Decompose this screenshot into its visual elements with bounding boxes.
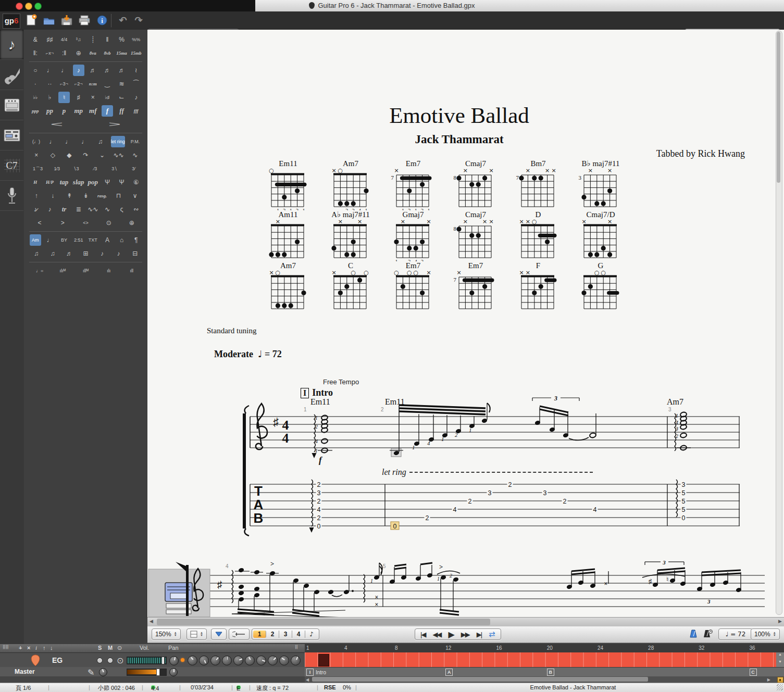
beam-notes-icon[interactable]: ♫	[47, 248, 58, 259]
info-button[interactable]: i	[95, 14, 109, 27]
mordent-icon[interactable]: ∾	[130, 204, 142, 215]
double-barline-icon[interactable]: ‖	[102, 34, 113, 45]
countdown-button[interactable]	[703, 630, 713, 640]
sharp-icon[interactable]: ♯	[73, 92, 84, 103]
key-signature-icon[interactable]: ♯♯	[44, 34, 55, 45]
split-beam-icon[interactable]: ♬	[64, 248, 75, 259]
master-pan-knob[interactable]	[169, 668, 178, 676]
effect-knob[interactable]	[279, 656, 289, 665]
effect-knob[interactable]	[268, 656, 278, 665]
decrescendo-icon[interactable]: >	[95, 119, 134, 130]
tempo-marker-icon[interactable]: ♩=	[34, 265, 45, 276]
eighth-note-icon[interactable]: ♪	[73, 65, 84, 76]
master-row[interactable]: Master ✎	[0, 667, 305, 676]
vibrato-icon[interactable]: ∿	[129, 149, 141, 161]
duplet-icon[interactable]: ⌐2¬	[73, 78, 84, 90]
n-tuplet-icon[interactable]: n:m	[87, 78, 98, 90]
volume-curve-icon[interactable]: ılı	[103, 265, 115, 276]
move-track-up-button[interactable]: ↑	[43, 645, 46, 651]
paragraph-icon[interactable]: ¶	[130, 234, 142, 246]
repeat-open-icon[interactable]: ‖:	[30, 47, 41, 59]
vertical-scrollbar-thumb[interactable]	[777, 32, 780, 183]
tie-icon[interactable]: ‿	[102, 78, 113, 90]
timeline-scrollbar-thumb[interactable]	[312, 677, 648, 682]
hammer-slur-icon[interactable]: 1⌒3	[32, 163, 43, 174]
artificial-harmonic-icon[interactable]: ◆	[64, 149, 75, 161]
notation-staff-system1[interactable]: ♯441231241f1412131432	[240, 389, 745, 481]
slide-out-down-icon[interactable]: 3∖	[109, 163, 120, 174]
dynamic-p[interactable]: p	[58, 105, 70, 117]
dotted-note-icon[interactable]: ·	[30, 78, 41, 90]
open-file-button[interactable]	[42, 14, 56, 27]
wide-vibrato2-icon[interactable]: ∿∿	[87, 204, 98, 215]
multivoice-segmented-control[interactable]: 1 2 3 4 ♪	[252, 628, 319, 640]
stem-icon[interactable]: ♪	[130, 92, 142, 103]
section-marker-A[interactable]: A	[445, 669, 455, 676]
track-info-button[interactable]: i	[35, 645, 37, 651]
timeline-section-markers[interactable]: IIntroABC	[305, 667, 784, 677]
effect-knob[interactable]	[291, 656, 301, 665]
repeat-measure-icon[interactable]: %	[116, 34, 128, 45]
stem-direction-icon[interactable]: ♩	[44, 234, 55, 246]
double-sharp-icon[interactable]: ×	[87, 92, 98, 103]
grace-before-beat-icon[interactable]: ♪̷	[30, 204, 41, 215]
bend-icon[interactable]: ↷	[80, 149, 91, 161]
wide-vibrato-icon[interactable]: ∿∿	[113, 149, 125, 161]
dynamic-mf[interactable]: mf	[87, 105, 98, 117]
barre-icon[interactable]: BY	[58, 234, 70, 246]
triplet-icon[interactable]: ⌐3¬	[58, 78, 70, 90]
auto-stem-icon[interactable]: ♪	[96, 248, 108, 259]
effect-knob[interactable]	[210, 656, 220, 665]
turn-icon[interactable]: ς	[116, 204, 128, 215]
dynamic-ppp[interactable]: ppp	[30, 105, 41, 117]
voice-1-button[interactable]: 1	[253, 631, 266, 638]
fast-forward-button[interactable]: ▶▶	[457, 631, 473, 638]
scroll-right-icon[interactable]: ▶	[778, 619, 782, 624]
left-hand-icon[interactable]: Ψ	[102, 177, 113, 188]
slight-vibrato-icon[interactable]: ∿	[102, 204, 113, 215]
timeline-scroll-right-icon[interactable]: ▶	[767, 677, 770, 682]
staccato-icon[interactable]: ♩	[79, 136, 90, 147]
volume-swell-icon[interactable]: <>	[80, 217, 91, 229]
pop-icon[interactable]: pop	[87, 177, 98, 188]
coda-icon[interactable]: ⊕	[73, 47, 84, 59]
effect-knob[interactable]	[199, 656, 209, 665]
hammer-pull-icon[interactable]: H/P	[44, 177, 55, 188]
half-note-icon[interactable]: ♩	[44, 65, 55, 76]
master-gain-knob[interactable]	[99, 668, 107, 676]
thirtysecond-note-icon[interactable]: ♬	[102, 65, 113, 76]
repeat-close-icon[interactable]: :‖	[58, 47, 70, 59]
section-marker-C[interactable]: C	[750, 669, 759, 676]
natural-icon[interactable]: ♮	[58, 92, 70, 103]
mastering-tool[interactable]	[0, 120, 23, 150]
wah-closed-icon[interactable]: ⊕	[126, 217, 138, 229]
timeline-playhead[interactable]	[318, 654, 329, 666]
quindicesima-bassa-icon[interactable]: 15mb	[130, 47, 142, 59]
natural-harmonic-icon[interactable]: ◇	[47, 149, 58, 161]
dead-note-icon[interactable]: ×	[31, 149, 42, 161]
master-volume-slider[interactable]	[127, 669, 167, 676]
hammer-on-icon[interactable]: H	[30, 177, 41, 188]
octava-bassa-icon[interactable]: 8vb	[102, 47, 113, 59]
tuplet-icon[interactable]: ³♫	[73, 34, 84, 45]
upstroke-icon[interactable]: ∨	[129, 190, 141, 202]
voice-3-button[interactable]: 3	[279, 631, 292, 638]
score-page[interactable]: Emotive Ballad Jack Thammarat Tabbed by …	[147, 30, 784, 617]
cross-staff-icon[interactable]: ⊟	[129, 248, 141, 259]
tap-icon[interactable]: tap	[58, 177, 70, 188]
text-icon[interactable]: TXT	[87, 234, 98, 246]
section-marker-B[interactable]: B	[547, 669, 556, 676]
save-button[interactable]	[59, 14, 74, 27]
dynamic-f[interactable]: f	[102, 105, 113, 117]
print-button[interactable]	[77, 14, 92, 27]
amp-tool[interactable]	[0, 90, 23, 120]
drag-grip-icon[interactable]: ⣿⣿	[3, 645, 9, 649]
stepper-arrows-icon[interactable]: ▲▼	[200, 632, 203, 637]
pan-curve-icon[interactable]: ıll	[126, 265, 138, 276]
redo-button[interactable]: ↷	[131, 14, 146, 27]
voice-2-button[interactable]: 2	[266, 631, 279, 638]
vertical-scrollbar[interactable]	[776, 31, 782, 615]
text-box-icon[interactable]: A	[102, 234, 113, 246]
free-time-barline-icon[interactable]: ┊	[87, 34, 98, 45]
timer-icon[interactable]: 2:51	[73, 234, 84, 246]
